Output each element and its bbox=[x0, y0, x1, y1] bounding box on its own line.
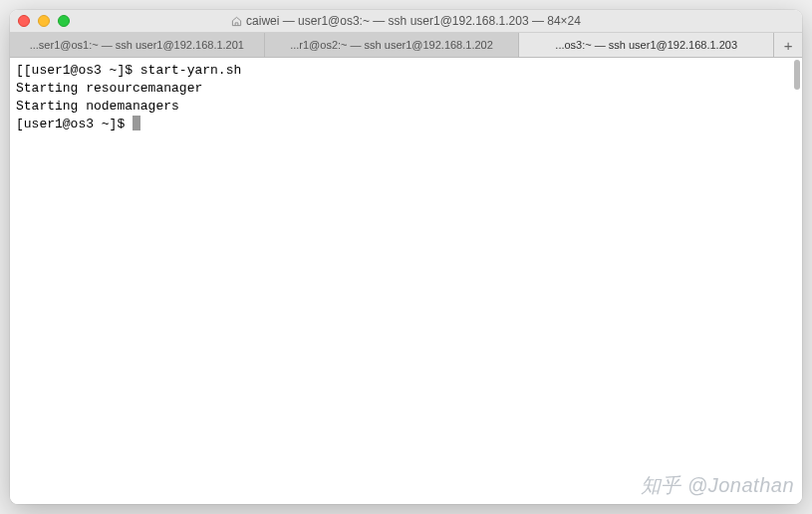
tab-os3[interactable]: ...os3:~ — ssh user1@192.168.1.203 bbox=[519, 33, 774, 57]
terminal-line: Starting resourcemanager bbox=[16, 80, 796, 98]
terminal-line: Starting nodemanagers bbox=[16, 98, 796, 116]
terminal-body[interactable]: [[user1@os3 ~]$ start-yarn.sh Starting r… bbox=[10, 58, 802, 504]
tab-bar: ...ser1@os1:~ — ssh user1@192.168.1.201 … bbox=[10, 33, 802, 58]
tab-label: ...ser1@os1:~ — ssh user1@192.168.1.201 bbox=[30, 39, 244, 51]
tab-label: ...os3:~ — ssh user1@192.168.1.203 bbox=[555, 39, 737, 51]
terminal-prompt-line: [user1@os3 ~]$ bbox=[16, 116, 796, 133]
new-tab-button[interactable]: + bbox=[774, 33, 802, 57]
terminal-cursor bbox=[133, 116, 140, 130]
window-title-text: caiwei — user1@os3:~ — ssh user1@192.168… bbox=[246, 14, 581, 28]
traffic-lights bbox=[18, 15, 70, 27]
watermark: 知乎 @Jonathan bbox=[641, 476, 794, 494]
tab-os1[interactable]: ...ser1@os1:~ — ssh user1@192.168.1.201 bbox=[10, 33, 265, 57]
plus-icon: + bbox=[784, 37, 793, 54]
home-icon bbox=[231, 16, 242, 27]
scrollbar-thumb[interactable] bbox=[794, 60, 800, 90]
close-button[interactable] bbox=[18, 15, 30, 27]
minimize-button[interactable] bbox=[38, 15, 50, 27]
titlebar[interactable]: caiwei — user1@os3:~ — ssh user1@192.168… bbox=[10, 10, 802, 33]
tab-label: ...r1@os2:~ — ssh user1@192.168.1.202 bbox=[290, 39, 493, 51]
maximize-button[interactable] bbox=[58, 15, 70, 27]
window-title: caiwei — user1@os3:~ — ssh user1@192.168… bbox=[10, 14, 802, 28]
terminal-prompt: [user1@os3 ~]$ bbox=[16, 117, 133, 131]
terminal-line: [[user1@os3 ~]$ start-yarn.sh bbox=[16, 62, 796, 80]
tab-os2[interactable]: ...r1@os2:~ — ssh user1@192.168.1.202 bbox=[265, 33, 520, 57]
terminal-window: caiwei — user1@os3:~ — ssh user1@192.168… bbox=[10, 10, 802, 504]
